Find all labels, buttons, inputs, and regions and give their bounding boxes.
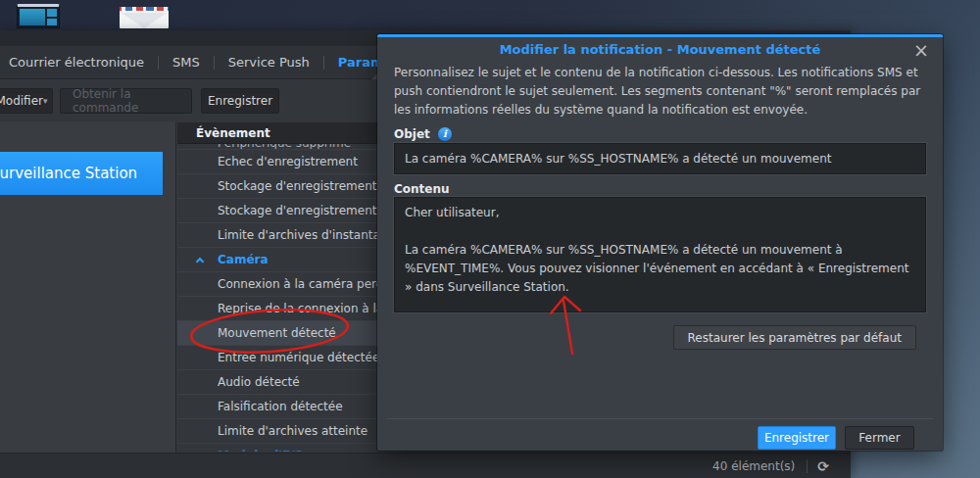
monitor-screen-icon [20,9,45,25]
content-label: Contenu [394,182,450,196]
get-command-button: Obtenir la commande [60,88,192,114]
dialog-description: Personnalisez le sujet et le contenu de … [394,64,928,120]
tab-sms[interactable]: SMS [159,46,214,78]
monitor-panels-icon [47,9,57,25]
edit-dropdown-button[interactable]: Modifier ▾ [0,88,53,114]
save-button[interactable]: Enregistrer [758,426,836,450]
surveillance-station-desktop-icon[interactable] [17,4,60,28]
close-icon[interactable]: × [913,39,929,61]
sidebar-item-surveillance-station[interactable]: Surveillance Station [0,152,163,195]
close-button[interactable]: Fermer [845,426,914,450]
subject-input[interactable] [394,143,926,174]
status-divider [807,459,808,473]
info-icon[interactable]: i [438,127,452,141]
status-bar: 40 élément(s) ⟳ [0,453,851,478]
edit-notification-dialog: Modifier la notification - Mouvement dét… [377,34,943,451]
footer-divider [387,418,933,419]
refresh-icon[interactable]: ⟳ [817,458,829,474]
sidebar: Surveillance Station [0,121,176,478]
item-count: 40 élément(s) [712,459,795,473]
mail-desktop-icon[interactable] [120,7,169,28]
content-textarea[interactable]: Cher utilisateur, La caméra %CAMERA% sur… [394,197,926,312]
caret-down-icon: ▾ [43,96,48,106]
dialog-title: Modifier la notification - Mouvement dét… [377,37,943,64]
subject-label: Objet i [394,127,452,141]
tab-service-push[interactable]: Service Push [215,46,323,78]
desktop: Courrier électronique SMS Service Push P… [0,0,980,478]
envelope-flap-icon [122,13,167,28]
save-toolbar-button[interactable]: Enregistrer [201,88,279,114]
tab-email[interactable]: Courrier électronique [0,46,158,78]
chevron-up-icon [196,258,204,265]
restore-defaults-button[interactable]: Restaurer les paramètres par défaut [673,325,916,350]
